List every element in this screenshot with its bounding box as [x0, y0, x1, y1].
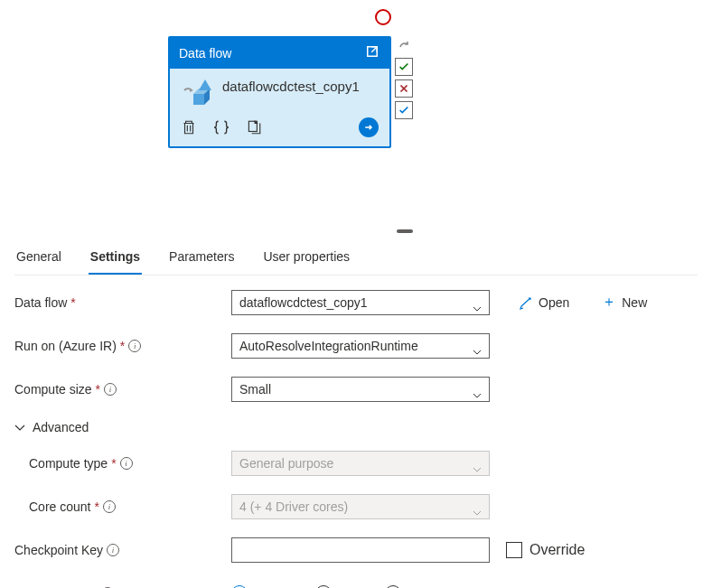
execute-arrow-icon[interactable] — [359, 117, 379, 137]
info-icon[interactable]: i — [103, 500, 116, 513]
redo-icon[interactable] — [395, 36, 413, 54]
svg-marker-1 — [190, 89, 193, 92]
delete-icon[interactable] — [181, 119, 197, 135]
chevron-down-icon — [14, 420, 25, 434]
chevron-down-icon — [473, 343, 482, 358]
compute-size-label: Compute size * i — [14, 382, 231, 397]
popout-icon[interactable] — [364, 43, 380, 63]
checkpoint-key-label-text: Checkpoint Key — [14, 543, 103, 557]
completion-status-icon[interactable] — [395, 101, 413, 119]
compute-size-select[interactable]: Small — [231, 377, 490, 402]
advanced-toggle[interactable]: Advanced — [14, 420, 698, 434]
compute-type-select-value: General purpose — [239, 456, 333, 471]
tab-settings[interactable]: Settings — [89, 244, 142, 275]
settings-tabs: General Settings Parameters User propert… — [14, 244, 698, 275]
checkpoint-key-input[interactable] — [231, 537, 490, 563]
chevron-down-icon — [473, 504, 482, 518]
runon-select-value: AutoResolveIntegrationRuntime — [239, 339, 418, 353]
override-checkbox-wrap[interactable]: Override — [506, 542, 585, 558]
core-count-select-value: 4 (+ 4 Driver cores) — [239, 499, 348, 514]
activity-header: Data flow — [170, 38, 389, 69]
tab-parameters[interactable]: Parameters — [167, 244, 236, 275]
dataflow-activity-card[interactable]: Data flow dataflowcdctest_copy1 — [168, 36, 391, 148]
dataflow-label-text: Data flow — [14, 295, 67, 310]
activity-side-controls — [395, 36, 413, 119]
activity-header-title: Data flow — [179, 46, 231, 61]
info-icon[interactable]: i — [128, 340, 141, 352]
required-asterisk: * — [111, 456, 116, 471]
required-asterisk: * — [120, 339, 125, 353]
info-icon[interactable]: i — [104, 383, 117, 396]
panel-resize-handle[interactable] — [397, 229, 413, 233]
new-button-label: New — [622, 295, 647, 310]
new-button[interactable]: ＋ New — [595, 289, 654, 315]
compute-size-select-value: Small — [239, 382, 271, 397]
settings-form: Data flow * dataflowcdctest_copy1 Open ＋… — [14, 289, 698, 588]
compute-type-label-text: Compute type — [29, 456, 108, 471]
success-status-icon[interactable] — [395, 58, 413, 76]
compute-type-label: Compute type * i — [29, 456, 231, 471]
required-asterisk: * — [94, 499, 98, 514]
override-label: Override — [529, 542, 585, 558]
chevron-down-icon — [473, 461, 482, 475]
dataflow-label: Data flow * — [14, 295, 231, 310]
activity-body: dataflowcdctest_copy1 — [170, 69, 389, 112]
failure-status-icon[interactable] — [395, 79, 413, 98]
tab-user-properties[interactable]: User properties — [261, 244, 351, 275]
core-count-select: 4 (+ 4 Driver cores) — [231, 494, 490, 519]
runon-label-text: Run on (Azure IR) — [14, 339, 117, 353]
runon-select[interactable]: AutoResolveIntegrationRuntime — [231, 333, 490, 359]
core-count-label-text: Core count — [29, 499, 90, 514]
advanced-toggle-label: Advanced — [33, 420, 89, 434]
dataflow-icon — [183, 78, 211, 107]
compute-type-select: General purpose — [231, 451, 490, 476]
activity-name: dataflowcdctest_copy1 — [222, 78, 360, 96]
checkpoint-key-label: Checkpoint Key i — [14, 543, 231, 557]
plus-icon: ＋ — [602, 293, 616, 312]
activity-footer — [170, 112, 389, 146]
open-button-label: Open — [539, 295, 569, 310]
annotation-red-circle — [375, 9, 391, 25]
chevron-down-icon — [473, 387, 482, 401]
core-count-label: Core count * i — [29, 499, 231, 514]
override-checkbox[interactable] — [506, 542, 522, 558]
code-braces-icon[interactable] — [213, 119, 230, 135]
tab-general[interactable]: General — [14, 244, 63, 275]
chevron-down-icon — [473, 300, 482, 314]
compute-size-label-text: Compute size — [14, 382, 92, 397]
open-button[interactable]: Open — [511, 292, 576, 313]
required-asterisk: * — [96, 382, 100, 397]
dataflow-select[interactable]: dataflowcdctest_copy1 — [231, 290, 490, 315]
required-asterisk: * — [70, 295, 75, 310]
info-icon[interactable]: i — [107, 544, 119, 556]
svg-marker-2 — [199, 79, 211, 90]
dataflow-select-value: dataflowcdctest_copy1 — [239, 295, 368, 310]
runon-label: Run on (Azure IR) * i — [14, 339, 231, 353]
copy-icon[interactable] — [246, 119, 262, 135]
info-icon[interactable]: i — [120, 457, 133, 470]
